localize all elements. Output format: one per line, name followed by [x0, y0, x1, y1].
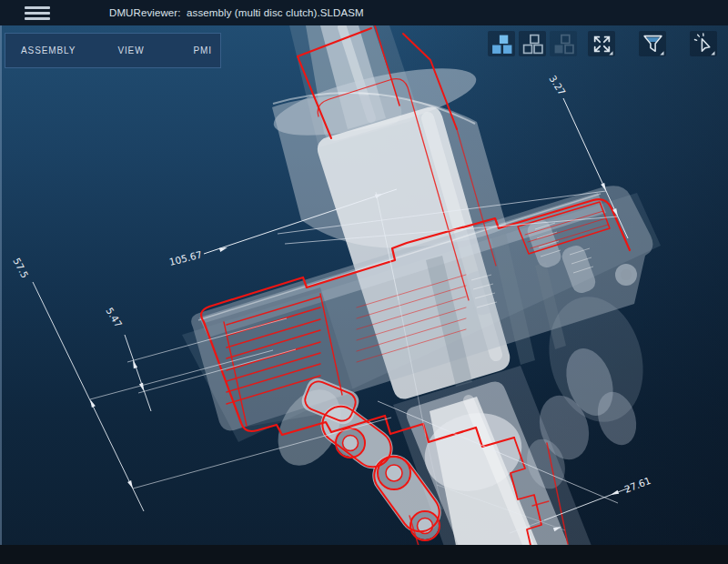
view-mode-shaded-button[interactable] [488, 31, 515, 56]
squares-mixed-icon [552, 33, 575, 55]
view-mode-mixed-button[interactable] [550, 31, 577, 56]
filter-button[interactable] [639, 31, 666, 56]
menu-item-pmi[interactable]: PMI [194, 45, 212, 55]
expand-arrows-icon [591, 33, 613, 55]
cursor-select-icon [693, 33, 715, 55]
view-toolbar [488, 31, 717, 56]
status-bar [0, 545, 728, 564]
squares-outline-icon [521, 33, 544, 55]
model-3d-viewport[interactable]: 105.67 3.27 57.5 [0, 0, 728, 564]
hamburger-menu-icon[interactable] [25, 6, 50, 20]
menu-item-view[interactable]: VIEW [117, 45, 144, 55]
title-bar: DMUReviewer: assembly (multi disc clutch… [0, 0, 728, 25]
window-title: DMUReviewer: assembly (multi disc clutch… [109, 0, 364, 25]
fit-view-button[interactable] [588, 31, 615, 56]
view-mode-outline-button[interactable] [519, 31, 546, 56]
dmu-reviewer-window: 105.67 3.27 57.5 [0, 0, 728, 564]
select-button[interactable] [690, 31, 717, 56]
menu-item-assembly[interactable]: ASSEMBLY [21, 45, 76, 55]
menu-bar: ASSEMBLY VIEW PMI [5, 33, 221, 68]
funnel-icon [642, 33, 664, 55]
squares-filled-icon [490, 33, 513, 55]
